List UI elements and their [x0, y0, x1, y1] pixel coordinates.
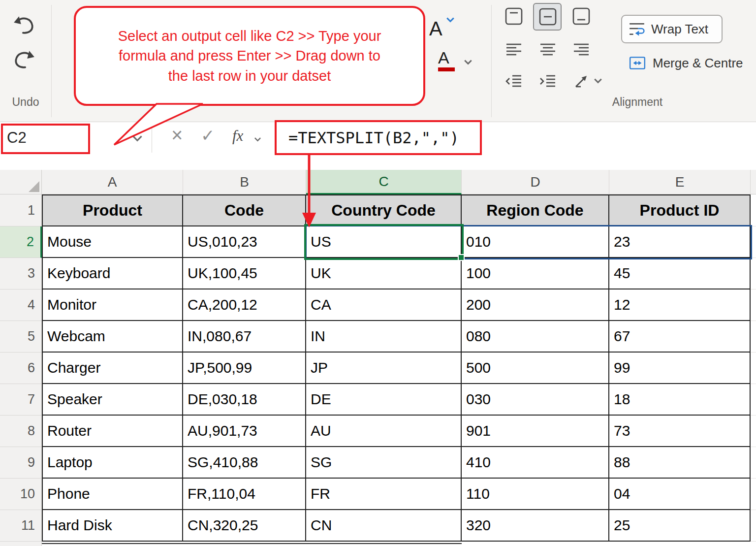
cell-D2[interactable]: 010 — [462, 226, 609, 258]
cell-A5[interactable]: Webcam — [42, 321, 183, 353]
cell-C3[interactable]: UK — [306, 258, 462, 289]
cell-B3[interactable]: UK,100,45 — [183, 258, 306, 289]
cell-E5[interactable]: 67 — [609, 321, 751, 353]
merge-center-button[interactable]: Merge & Centre — [629, 55, 756, 71]
col-header-B[interactable]: B — [183, 170, 306, 194]
row-header-7[interactable]: 7 — [0, 384, 42, 416]
cell-D5[interactable]: 080 — [462, 321, 609, 353]
select-all-corner[interactable] — [0, 170, 42, 194]
font-color-button[interactable]: A — [438, 49, 455, 71]
grid-gutter — [751, 321, 756, 353]
cell-B11[interactable]: CN,320,25 — [183, 510, 306, 542]
align-left-icon[interactable] — [504, 40, 523, 59]
cell-D10[interactable]: 110 — [462, 479, 609, 510]
cell-A3[interactable]: Keyboard — [42, 258, 183, 289]
orientation-dropdown[interactable] — [594, 78, 602, 84]
enter-button[interactable]: ✓ — [201, 127, 215, 144]
name-box-dropdown[interactable] — [132, 135, 143, 142]
cell-D7[interactable]: 030 — [462, 384, 609, 416]
cell-B10[interactable]: FR,110,04 — [183, 479, 306, 510]
grid-gutter — [751, 258, 756, 289]
col-header-C[interactable]: C — [306, 170, 462, 194]
cell-A2[interactable]: Mouse — [42, 226, 183, 258]
middle-align-icon[interactable] — [538, 7, 557, 26]
orientation-icon[interactable] — [572, 72, 591, 91]
formula-input[interactable]: =TEXTSPLIT(B2,",") — [288, 128, 459, 147]
align-right-icon[interactable] — [572, 40, 591, 59]
cell-B2[interactable]: US,010,23 — [183, 226, 306, 258]
cell-A6[interactable]: Charger — [42, 353, 183, 384]
cell-E7[interactable]: 18 — [609, 384, 751, 416]
cell-B4[interactable]: CA,200,12 — [183, 289, 306, 321]
col-header-A[interactable]: A — [42, 170, 183, 194]
wrap-text-button[interactable]: Wrap Text — [621, 15, 723, 43]
cell-E8[interactable]: 73 — [609, 416, 751, 447]
cell-D11[interactable]: 320 — [462, 510, 609, 542]
cell-A11[interactable]: Hard Disk — [42, 510, 183, 542]
cell-A8[interactable]: Router — [42, 416, 183, 447]
row-header-1[interactable]: 1 — [0, 194, 42, 226]
cell-D9[interactable]: 410 — [462, 447, 609, 479]
cell-B8[interactable]: AU,901,73 — [183, 416, 306, 447]
decrease-indent-icon[interactable] — [504, 72, 523, 91]
cell-C11[interactable]: CN — [306, 510, 462, 542]
cell-C5[interactable]: IN — [306, 321, 462, 353]
name-box[interactable]: C2 — [7, 129, 27, 147]
cell-B9[interactable]: SG,410,88 — [183, 447, 306, 479]
cell-E3[interactable]: 45 — [609, 258, 751, 289]
fill-handle[interactable] — [458, 254, 465, 261]
increase-indent-icon[interactable] — [538, 72, 557, 91]
cell-A7[interactable]: Speaker — [42, 384, 183, 416]
col-header-D[interactable]: D — [462, 170, 609, 194]
cell-B7[interactable]: DE,030,18 — [183, 384, 306, 416]
cell-C2[interactable]: US — [306, 226, 462, 258]
undo-button[interactable] — [12, 14, 36, 37]
cell-B6[interactable]: JP,500,99 — [183, 353, 306, 384]
cell-C10[interactable]: FR — [306, 479, 462, 510]
col-header-partial — [751, 170, 756, 194]
cell-D1[interactable]: Region Code — [462, 194, 609, 226]
row-header-11[interactable]: 11 — [0, 510, 42, 542]
cancel-button[interactable]: × — [171, 125, 183, 145]
row-header-9[interactable]: 9 — [0, 447, 42, 479]
cell-E6[interactable]: 99 — [609, 353, 751, 384]
cell-C1[interactable]: Country Code — [306, 194, 462, 226]
col-header-E[interactable]: E — [609, 170, 751, 194]
redo-button[interactable] — [12, 48, 36, 72]
font-color-dropdown[interactable] — [464, 59, 472, 65]
cell-A9[interactable]: Laptop — [42, 447, 183, 479]
cell-D8[interactable]: 901 — [462, 416, 609, 447]
cell-C9[interactable]: SG — [306, 447, 462, 479]
cell-B1[interactable]: Code — [183, 194, 306, 226]
cell-D3[interactable]: 100 — [462, 258, 609, 289]
cell-A10[interactable]: Phone — [42, 479, 183, 510]
cell-E10[interactable]: 04 — [609, 479, 751, 510]
cell-A1[interactable]: Product — [42, 194, 183, 226]
cell-C7[interactable]: DE — [306, 384, 462, 416]
insert-function-button[interactable]: fx — [232, 127, 243, 145]
cell-D6[interactable]: 500 — [462, 353, 609, 384]
insert-function-dropdown[interactable] — [254, 137, 261, 142]
bottom-align-icon[interactable] — [572, 7, 591, 26]
cell-E2[interactable]: 23 — [609, 226, 751, 258]
cell-A4[interactable]: Monitor — [42, 289, 183, 321]
cell-E11[interactable]: 25 — [609, 510, 751, 542]
cell-C6[interactable]: JP — [306, 353, 462, 384]
top-align-icon[interactable] — [504, 7, 523, 26]
cell-E1[interactable]: Product ID — [609, 194, 751, 226]
row-header-5[interactable]: 5 — [0, 321, 42, 353]
cell-C8[interactable]: AU — [306, 416, 462, 447]
cell-E4[interactable]: 12 — [609, 289, 751, 321]
row-header-6[interactable]: 6 — [0, 353, 42, 384]
row-header-4[interactable]: 4 — [0, 289, 42, 321]
row-header-2[interactable]: 2 — [0, 226, 42, 258]
row-header-3[interactable]: 3 — [0, 258, 42, 289]
cell-B5[interactable]: IN,080,67 — [183, 321, 306, 353]
cell-D4[interactable]: 200 — [462, 289, 609, 321]
cell-C4[interactable]: CA — [306, 289, 462, 321]
cell-E9[interactable]: 88 — [609, 447, 751, 479]
row-header-8[interactable]: 8 — [0, 416, 42, 447]
shrink-font-button[interactable]: A — [429, 18, 442, 40]
row-header-10[interactable]: 10 — [0, 479, 42, 510]
align-center-icon[interactable] — [538, 40, 557, 59]
